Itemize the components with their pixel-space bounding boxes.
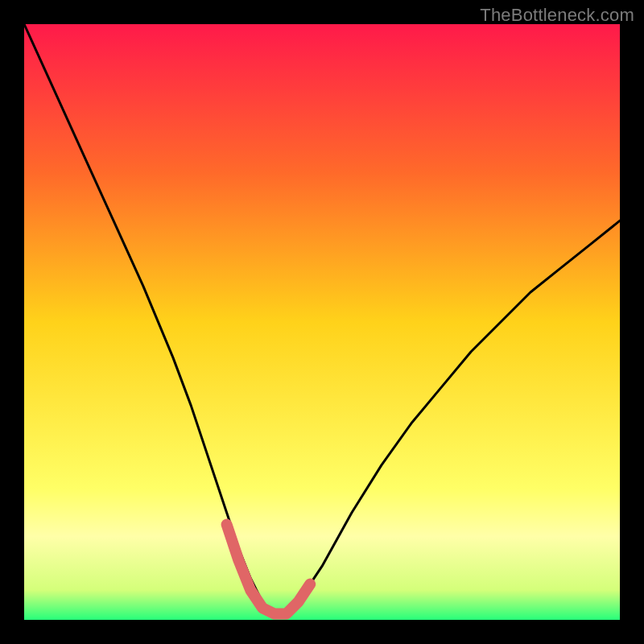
gradient-background — [24, 24, 620, 620]
watermark-text: TheBottleneck.com — [480, 5, 634, 26]
chart-svg — [24, 24, 620, 620]
chart-frame — [24, 24, 620, 620]
